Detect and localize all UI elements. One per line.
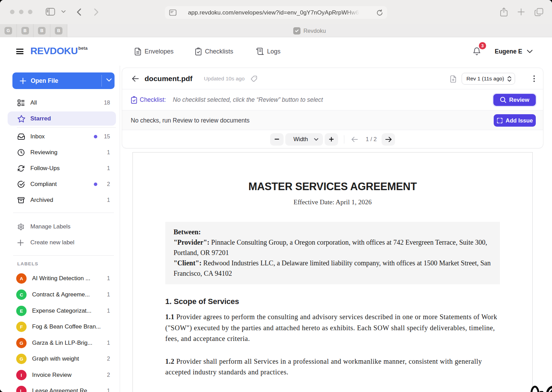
label-item[interactable]: E Expense Categorizat... 1 xyxy=(8,304,116,318)
next-page-button[interactable] xyxy=(382,133,395,146)
clipboard-check-icon xyxy=(131,96,137,104)
label-color-chip: E xyxy=(16,306,27,316)
checklist-label: Checklist: xyxy=(140,96,166,104)
sidebar-item-follow-ups[interactable]: Follow-Ups 1 xyxy=(8,161,116,175)
labels-heading: LABELS xyxy=(17,261,38,266)
label-color-chip: F xyxy=(16,322,27,332)
clause-1-1: 1.1 Provider agrees to perform the consu… xyxy=(165,312,500,344)
reload-icon[interactable] xyxy=(376,9,383,16)
notifications-button[interactable]: 3 xyxy=(473,43,486,56)
label-count: 2 xyxy=(107,372,110,378)
browser-toolbar: app.revdoku.com/envelopes/view?id=env_0g… xyxy=(0,0,552,24)
review-button[interactable]: Review xyxy=(493,94,536,106)
label-count: 1 xyxy=(107,340,110,346)
url-text[interactable]: app.revdoku.com/envelopes/view?id=env_0g… xyxy=(188,6,361,19)
label-name: AI Writing Detection ... xyxy=(32,275,102,282)
tab-strip: G B B B Revdoku xyxy=(0,24,552,37)
pinned-tab-2-favicon: B xyxy=(21,27,29,35)
nav-logs[interactable]: Logs xyxy=(256,37,280,66)
create-label-button[interactable]: Create new label xyxy=(8,236,116,249)
browser-forward-button[interactable] xyxy=(93,8,99,16)
zoom-in-button[interactable] xyxy=(325,133,338,146)
pinned-tab-1[interactable]: G xyxy=(0,24,17,37)
search-icon xyxy=(500,97,506,103)
label-name: Lease Agreement Re... xyxy=(32,388,102,392)
between-label: Between: xyxy=(174,228,201,236)
app-root: REVDOKU beta Envelopes Checklists Logs xyxy=(0,37,552,392)
checks-status: No checks, run Review to review document… xyxy=(131,110,249,130)
open-file-button[interactable]: Open File xyxy=(12,72,115,89)
new-tab-icon[interactable] xyxy=(518,8,525,16)
create-label-label: Create new label xyxy=(30,239,75,246)
sidebar-item-all[interactable]: All 18 xyxy=(8,96,116,110)
window-minimize-button[interactable] xyxy=(19,10,23,14)
label-item[interactable]: G Garza & Lin LLP-Brig... 1 xyxy=(8,336,116,350)
revision-select[interactable]: Rev 1 (11s ago) xyxy=(462,73,515,85)
notifications-badge: 3 xyxy=(479,42,486,49)
pinned-tab-4[interactable]: B xyxy=(50,24,67,37)
label-name: Garza & Lin LLP-Brig... xyxy=(32,340,102,346)
open-file-split-divider xyxy=(101,75,102,87)
nav-logs-label: Logs xyxy=(267,48,280,55)
unread-dot xyxy=(94,135,97,138)
plus-icon xyxy=(20,78,26,84)
sidebar-item-archived[interactable]: Archived 1 xyxy=(8,193,116,207)
share-icon[interactable] xyxy=(500,7,508,17)
add-issue-button[interactable]: Add Issue xyxy=(494,114,536,127)
nav-envelopes[interactable]: Envelopes xyxy=(134,37,174,66)
page-settings-icon[interactable] xyxy=(169,9,177,16)
check-circle-icon xyxy=(17,180,25,188)
active-tab[interactable]: Revdoku xyxy=(67,24,552,37)
sidebar-item-inbox[interactable]: Inbox 15 xyxy=(8,129,116,144)
chevron-down-icon xyxy=(527,50,533,53)
sidebar-chevron-icon[interactable] xyxy=(61,10,66,13)
label-item[interactable]: F Fog & Bean Coffee Bran... xyxy=(8,320,116,334)
label-item[interactable]: L Lease Agreement Re... 1 xyxy=(8,384,116,392)
back-arrow-icon[interactable] xyxy=(132,76,139,82)
sidebar-item-reviewing[interactable]: Reviewing 1 xyxy=(8,145,116,159)
label-item[interactable]: A AI Writing Detection ... 1 xyxy=(8,271,116,286)
document-heading: MASTER SERVICES AGREEMENT xyxy=(133,180,532,193)
plus-icon xyxy=(329,137,334,141)
window-close-button[interactable] xyxy=(10,10,14,14)
pinned-tab-3[interactable]: B xyxy=(33,24,50,37)
pinned-tab-2[interactable]: B xyxy=(17,24,34,37)
sidebar-item-starred[interactable]: Starred xyxy=(8,111,116,126)
tab-overview-icon[interactable] xyxy=(534,8,543,16)
inbox-icon xyxy=(17,133,25,140)
label-name: Contract & Agreeme... xyxy=(32,291,102,298)
plus-icon xyxy=(17,239,24,246)
nav-checklists[interactable]: Checklists xyxy=(195,37,233,66)
label-item[interactable]: C Contract & Agreeme... 1 xyxy=(8,287,116,302)
document-toolbar-card: document.pdf Updated 10s ago Rev 1 (11s … xyxy=(122,68,543,148)
zoom-mode-label: Width xyxy=(293,136,308,143)
file-text-icon xyxy=(134,48,141,56)
sidebar-item-count: 1 xyxy=(107,149,110,156)
gear-icon xyxy=(17,223,24,231)
label-count: 1 xyxy=(107,292,110,298)
user-menu[interactable]: Eugene E xyxy=(495,37,533,66)
label-name: Graph with weight xyxy=(32,355,102,362)
label-item[interactable]: I Invoice Review 2 xyxy=(8,368,116,382)
more-options-icon[interactable] xyxy=(530,75,538,83)
select-chevrons-icon xyxy=(507,76,512,82)
app-body: Open File All 18 xyxy=(0,66,552,392)
zoom-mode-select[interactable]: Width xyxy=(285,133,323,146)
chevron-down-icon xyxy=(314,138,318,141)
manage-labels-button[interactable]: Manage Labels xyxy=(8,220,116,234)
file-plus-icon[interactable] xyxy=(450,75,456,83)
app-header: REVDOKU beta Envelopes Checklists Logs xyxy=(0,37,552,66)
label-item[interactable]: G Graph with weight 2 xyxy=(8,352,116,366)
label-count: 1 xyxy=(107,308,110,314)
open-file-dropdown[interactable] xyxy=(106,78,112,82)
address-bar[interactable]: app.revdoku.com/envelopes/view?id=env_0g… xyxy=(165,6,387,19)
tag-icon[interactable] xyxy=(251,76,257,82)
previous-page-button[interactable] xyxy=(348,133,361,146)
browser-back-button[interactable] xyxy=(76,8,82,16)
browser-sidebar-icon[interactable] xyxy=(46,8,55,16)
sidebar-item-compliant[interactable]: Compliant 2 xyxy=(8,177,116,191)
nav-checklists-label: Checklists xyxy=(205,48,233,55)
window-zoom-button[interactable] xyxy=(28,10,32,14)
zoom-out-button[interactable] xyxy=(270,133,284,146)
main-panel: document.pdf Updated 10s ago Rev 1 (11s … xyxy=(120,66,552,392)
